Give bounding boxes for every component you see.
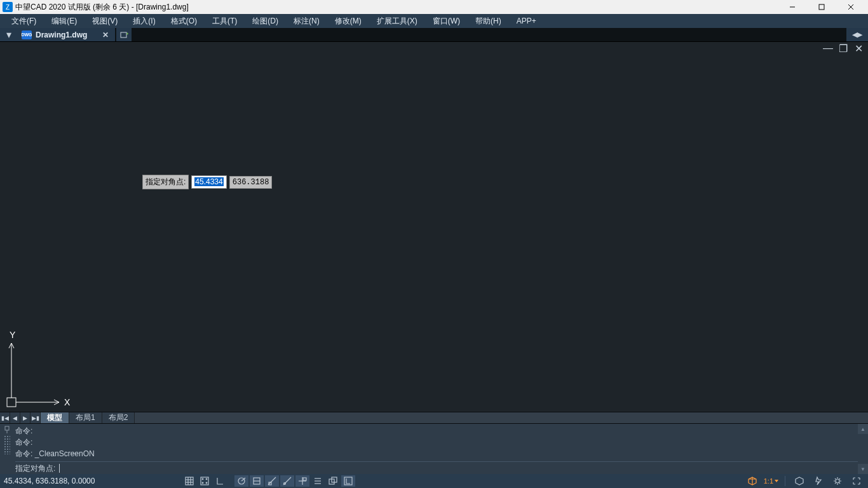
svg-rect-4 [121,32,126,37]
tab-nav-arrows[interactable]: ◀▶ [846,28,868,41]
scroll-up-icon[interactable]: ▲ [858,424,868,434]
dynamic-input-value-y[interactable]: 636.3188 [229,176,273,189]
svg-text:X: X [64,397,71,407]
annotation-scale[interactable]: 1:1 [764,477,778,485]
dynamic-ucs-button[interactable] [341,475,355,487]
polar-tracking-button[interactable] [234,475,248,487]
document-tab-active[interactable]: DWG Drawing1.dwg ✕ [18,28,115,41]
svg-rect-14 [186,477,193,485]
subwindow-restore[interactable]: ❐ [839,44,848,53]
menu-edit[interactable]: 编辑(E) [45,15,83,28]
ortho-mode-button[interactable] [213,475,227,487]
layout-tab-filler [135,412,868,424]
window-title: 中望CAD 2020 试用版 (剩余 6 天) - [Drawing1.dwg] [15,2,778,13]
svg-rect-19 [201,477,208,485]
properties-button[interactable] [311,475,325,487]
layout-tab-layout1[interactable]: 布局1 [69,412,102,424]
menu-express[interactable]: 扩展工具(X) [370,15,424,28]
dwg-icon: DWG [22,30,32,39]
svg-point-41 [836,479,839,483]
clean-screen-button[interactable] [850,475,864,487]
menu-file[interactable]: 文件(F) [5,15,43,28]
new-tab-button[interactable] [116,28,132,41]
svg-rect-1 [819,4,824,10]
svg-line-28 [268,477,276,485]
menu-format[interactable]: 格式(O) [165,15,203,28]
dynamic-input-tooltip: 指定对角点: 45.4334 636.3188 [142,175,272,189]
svg-rect-7 [7,398,16,407]
subwindow-close[interactable]: ✕ [854,44,863,53]
lineweight-button[interactable] [280,475,294,487]
menu-view[interactable]: 视图(V) [86,15,124,28]
window-titlebar: Z 中望CAD 2020 试用版 (剩余 6 天) - [Drawing1.dw… [0,0,868,14]
doc-tab-dropdown[interactable]: ▾ [0,28,18,41]
svg-point-20 [202,478,203,480]
dynamic-input-label: 指定对角点: [142,175,189,189]
menu-bar: 文件(F) 编辑(E) 视图(V) 插入(I) 格式(O) 工具(T) 绘图(D… [0,14,868,28]
layout-nav-first[interactable]: ▮◀ [0,412,10,424]
subwindow-controls: — ❐ ✕ [0,42,868,55]
status-coordinates[interactable]: 45.4334, 636.3188, 0.0000 [4,477,131,485]
svg-point-23 [206,482,207,484]
svg-text:Y: Y [10,330,16,340]
layout-nav-prev[interactable]: ◀ [10,412,20,424]
svg-point-22 [202,482,203,484]
window-close-button[interactable] [836,0,865,14]
hardware-accel-button[interactable] [811,475,825,487]
settings-gear-button[interactable] [831,475,844,487]
ucs-icon: X Y [4,330,74,410]
layout-tabs-bar: ▮◀ ◀ ▶ ▶▮ 模型 布局1 布局2 [0,412,868,423]
menu-app-plus[interactable]: APP+ [510,15,543,27]
layout-nav-last[interactable]: ▶▮ [31,412,41,424]
pin-icon [3,425,11,434]
workspace-button[interactable] [792,475,806,487]
command-history-line: 命令: [15,437,858,448]
status-bar: 45.4334, 636.3188, 0.0000 1:1 [0,474,868,488]
isometric-button[interactable] [745,475,759,487]
command-panel: 命令: 命令: 命令: _CleanScreenON 命令: 指定对角点: ▲ … [0,423,868,474]
menu-modify[interactable]: 修改(M) [329,15,368,28]
document-tabs-bar: ▾ DWG Drawing1.dwg ✕ ◀▶ [0,28,868,42]
object-snap-tracking-button[interactable] [265,475,279,487]
menu-draw[interactable]: 绘图(D) [246,15,285,28]
svg-rect-34 [303,478,306,480]
subwindow-minimize[interactable]: — [824,44,832,53]
snap-mode-button[interactable] [198,475,212,487]
command-panel-grip[interactable] [0,424,14,474]
grid-display-button[interactable] [182,475,196,487]
layout-tab-layout2[interactable]: 布局2 [102,412,135,424]
window-minimize-button[interactable] [778,0,807,14]
menu-window[interactable]: 窗口(W) [426,15,466,28]
layout-nav-next[interactable]: ▶ [20,412,31,424]
dynamic-input-button[interactable] [295,475,309,487]
dynamic-input-value-x[interactable]: 45.4334 [191,175,226,189]
svg-point-21 [206,478,207,480]
command-line[interactable]: 指定对角点: [15,461,858,474]
text-cursor [59,464,60,473]
svg-rect-12 [5,426,9,430]
command-history-line: 命令: [15,425,858,437]
command-history-line: 命令: _CleanScreenON [15,448,858,459]
command-prompt: 指定对角点: [15,463,58,474]
menu-tools[interactable]: 工具(T) [206,15,243,28]
menu-help[interactable]: 帮助(H) [469,15,508,28]
svg-line-30 [283,477,291,485]
command-history[interactable]: 命令: 命令: 命令: _CleanScreenON 命令: [15,425,858,461]
selection-cycling-button[interactable] [326,475,340,487]
document-tab-label: Drawing1.dwg [36,30,87,39]
layout-tab-model[interactable]: 模型 [41,412,69,424]
drawing-canvas[interactable]: 指定对角点: 45.4334 636.3188 X Y [0,55,868,412]
window-maximize-button[interactable] [807,0,836,14]
scroll-down-icon[interactable]: ▼ [858,464,868,474]
menu-insert[interactable]: 插入(I) [126,15,161,28]
object-snap-button[interactable] [250,475,264,487]
app-icon: Z [3,2,13,12]
close-tab-icon[interactable]: ✕ [102,30,109,39]
menu-dimension[interactable]: 标注(N) [287,15,326,28]
command-scrollbar[interactable]: ▲ ▼ [858,424,868,474]
grip-dots [4,435,10,454]
